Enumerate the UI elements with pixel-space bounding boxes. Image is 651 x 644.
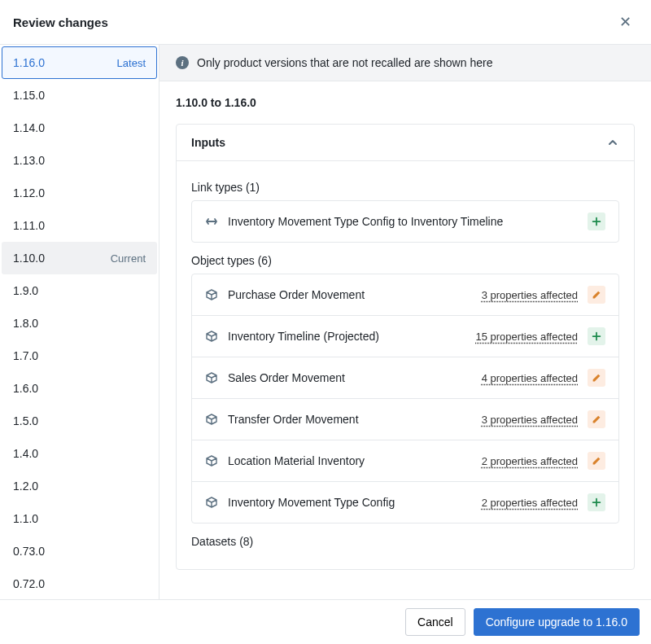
version-number: 0.72.0	[13, 577, 45, 590]
dialog-header: Review changes ✕	[0, 0, 651, 45]
added-badge	[588, 327, 605, 345]
version-item[interactable]: 0.72.0	[2, 567, 157, 599]
main-panel: i Only product versions that are not rec…	[159, 45, 651, 599]
plus-icon	[591, 497, 602, 508]
version-item[interactable]: 1.4.0	[2, 437, 157, 470]
item-name: Transfer Order Movement	[228, 413, 472, 426]
configure-upgrade-button[interactable]: Configure upgrade to 1.16.0	[474, 608, 640, 636]
section-title: Inputs	[191, 136, 225, 149]
info-notice: i Only product versions that are not rec…	[159, 45, 651, 81]
version-range-title: 1.10.0 to 1.16.0	[159, 81, 651, 124]
cube-icon	[205, 413, 218, 426]
modified-badge	[588, 410, 605, 428]
version-item[interactable]: 1.12.0	[2, 177, 157, 209]
list-item[interactable]: Purchase Order Movement3 properties affe…	[192, 274, 618, 316]
version-item[interactable]: 1.13.0	[2, 144, 157, 177]
list-item[interactable]: Location Material Inventory2 properties …	[192, 440, 618, 482]
group-label: Datasets (8)	[191, 524, 619, 554]
version-item[interactable]: 1.5.0	[2, 405, 157, 437]
list-item[interactable]: Inventory Timeline (Projected)15 propert…	[192, 316, 618, 357]
info-icon: i	[176, 56, 189, 69]
version-number: 1.10.0	[13, 252, 45, 265]
version-item[interactable]: 1.9.0	[2, 274, 157, 307]
version-item[interactable]: 1.15.0	[2, 79, 157, 112]
added-badge	[588, 212, 605, 230]
item-name: Sales Order Movement	[228, 371, 472, 384]
items-box: Purchase Order Movement3 properties affe…	[191, 274, 619, 524]
group-label: Object types (6)	[191, 243, 619, 274]
plus-icon	[591, 216, 602, 227]
properties-affected: 3 properties affected	[482, 289, 578, 301]
changes-scroll-area: Inputs Link types (1)Inventory Movement …	[159, 124, 651, 599]
pencil-icon	[591, 289, 602, 300]
pencil-icon	[591, 455, 602, 467]
cube-icon	[205, 371, 218, 384]
version-number: 1.12.0	[13, 186, 45, 199]
version-number: 1.5.0	[13, 414, 38, 427]
version-number: 1.6.0	[13, 382, 38, 395]
properties-affected: 2 properties affected	[482, 455, 578, 467]
properties-affected: 15 properties affected	[475, 331, 578, 343]
cube-icon	[205, 288, 218, 301]
version-item[interactable]: 0.73.0	[2, 535, 157, 567]
cancel-button[interactable]: Cancel	[405, 608, 465, 636]
version-number: 1.15.0	[13, 89, 45, 102]
version-item[interactable]: 1.10.0Current	[2, 242, 157, 274]
inputs-section: Inputs Link types (1)Inventory Movement …	[176, 124, 635, 570]
added-badge	[588, 493, 605, 511]
version-item[interactable]: 1.14.0	[2, 112, 157, 144]
version-number: 1.9.0	[13, 284, 38, 297]
list-item[interactable]: Inventory Movement Type Config to Invent…	[192, 201, 618, 242]
items-box: Inventory Movement Type Config to Invent…	[191, 200, 619, 243]
version-number: 1.11.0	[13, 219, 45, 232]
item-name: Inventory Movement Type Config to Invent…	[228, 215, 578, 228]
link-icon	[205, 215, 218, 228]
version-item[interactable]: 1.16.0Latest	[2, 46, 157, 79]
properties-affected: 3 properties affected	[482, 414, 578, 426]
list-item[interactable]: Inventory Movement Type Config2 properti…	[192, 482, 618, 523]
modified-badge	[588, 452, 605, 470]
plus-icon	[591, 331, 602, 342]
version-item[interactable]: 1.2.0	[2, 470, 157, 502]
cube-icon	[205, 330, 218, 343]
list-item[interactable]: Transfer Order Movement3 properties affe…	[192, 399, 618, 440]
item-name: Location Material Inventory	[228, 454, 472, 467]
version-item[interactable]: 1.8.0	[2, 307, 157, 340]
version-number: 1.1.0	[13, 512, 38, 525]
version-item[interactable]: 1.11.0	[2, 209, 157, 242]
version-tag: Latest	[117, 57, 146, 69]
cube-icon	[205, 496, 218, 509]
modified-badge	[588, 286, 605, 304]
dialog-body: 1.16.0Latest1.15.01.14.01.13.01.12.01.11…	[0, 45, 651, 599]
list-item[interactable]: Sales Order Movement4 properties affecte…	[192, 357, 618, 399]
version-number: 1.4.0	[13, 447, 38, 460]
notice-text: Only product versions that are not recal…	[197, 56, 492, 69]
version-number: 1.7.0	[13, 349, 38, 362]
group-label: Link types (1)	[191, 169, 619, 200]
pencil-icon	[591, 414, 602, 425]
version-item[interactable]: 1.7.0	[2, 340, 157, 372]
close-icon: ✕	[619, 14, 631, 30]
version-item[interactable]: 1.6.0	[2, 372, 157, 405]
close-button[interactable]: ✕	[613, 10, 638, 34]
version-number: 1.8.0	[13, 317, 38, 330]
version-number: 1.16.0	[13, 56, 45, 69]
item-name: Inventory Timeline (Projected)	[228, 330, 465, 343]
version-number: 0.73.0	[13, 545, 45, 558]
pencil-icon	[591, 372, 602, 383]
inputs-section-body: Link types (1)Inventory Movement Type Co…	[177, 161, 634, 569]
dialog-title: Review changes	[13, 15, 108, 29]
properties-affected: 4 properties affected	[482, 372, 578, 384]
version-number: 1.13.0	[13, 154, 45, 167]
item-name: Inventory Movement Type Config	[228, 496, 472, 509]
inputs-section-header[interactable]: Inputs	[177, 125, 634, 161]
chevron-up-icon	[606, 136, 619, 149]
dialog-footer: Cancel Configure upgrade to 1.16.0	[0, 599, 651, 644]
modified-badge	[588, 369, 605, 387]
version-tag: Current	[111, 252, 146, 265]
version-item[interactable]: 1.1.0	[2, 502, 157, 535]
version-sidebar: 1.16.0Latest1.15.01.14.01.13.01.12.01.11…	[0, 45, 159, 599]
version-number: 1.14.0	[13, 121, 45, 134]
item-name: Purchase Order Movement	[228, 288, 472, 301]
cube-icon	[205, 454, 218, 467]
